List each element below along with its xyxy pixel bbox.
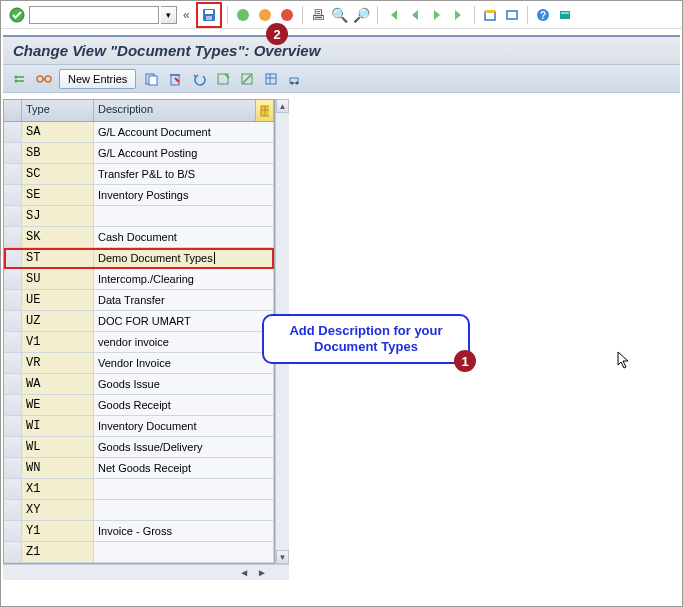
cell-description[interactable]: G/L Account Document: [94, 122, 274, 142]
table-row[interactable]: UEData Transfer: [4, 290, 274, 311]
cell-description[interactable]: Intercomp./Clearing: [94, 269, 274, 289]
table-row[interactable]: WAGoods Issue: [4, 374, 274, 395]
new-session-icon[interactable]: [480, 5, 500, 25]
shortcut-icon[interactable]: [502, 5, 522, 25]
table-row[interactable]: Y1Invoice - Gross: [4, 521, 274, 542]
cell-description[interactable]: Data Transfer: [94, 290, 274, 310]
cell-description[interactable]: [94, 479, 274, 499]
exit-icon[interactable]: [255, 5, 275, 25]
row-selector[interactable]: [4, 374, 22, 394]
undo-icon[interactable]: [190, 70, 208, 88]
save-icon[interactable]: [199, 5, 219, 25]
transport-icon[interactable]: [286, 70, 304, 88]
cell-type[interactable]: XY: [22, 500, 94, 520]
row-selector[interactable]: [4, 542, 22, 562]
row-selector[interactable]: [4, 185, 22, 205]
table-row[interactable]: Z1: [4, 542, 274, 563]
table-row[interactable]: STDemo Document Types: [4, 248, 274, 269]
table-row[interactable]: WNNet Goods Receipt: [4, 458, 274, 479]
table-row[interactable]: SJ: [4, 206, 274, 227]
table-row[interactable]: WLGoods Issue/Delivery: [4, 437, 274, 458]
cell-type[interactable]: SU: [22, 269, 94, 289]
row-selector[interactable]: [4, 479, 22, 499]
cell-type[interactable]: WL: [22, 437, 94, 457]
cell-description[interactable]: DOC FOR UMART: [94, 311, 274, 331]
row-selector[interactable]: [4, 143, 22, 163]
expand-icon[interactable]: [11, 70, 29, 88]
cell-type[interactable]: SB: [22, 143, 94, 163]
enter-icon[interactable]: [7, 5, 27, 25]
row-selector[interactable]: [4, 353, 22, 373]
table-row[interactable]: SBG/L Account Posting: [4, 143, 274, 164]
cell-type[interactable]: VR: [22, 353, 94, 373]
cell-type[interactable]: WI: [22, 416, 94, 436]
table-settings-icon[interactable]: [262, 70, 280, 88]
row-selector[interactable]: [4, 311, 22, 331]
scroll-left[interactable]: ◄: [237, 567, 251, 578]
cell-type[interactable]: Y1: [22, 521, 94, 541]
cell-description[interactable]: [94, 542, 274, 562]
scroll-up[interactable]: ▲: [276, 99, 289, 113]
cell-type[interactable]: X1: [22, 479, 94, 499]
help-icon[interactable]: ?: [533, 5, 553, 25]
back-icon[interactable]: [233, 5, 253, 25]
cell-description[interactable]: Goods Issue/Delivery: [94, 437, 274, 457]
table-row[interactable]: X1: [4, 479, 274, 500]
table-row[interactable]: SKCash Document: [4, 227, 274, 248]
row-selector[interactable]: [4, 500, 22, 520]
new-entries-button[interactable]: New Entries: [59, 69, 136, 89]
cell-type[interactable]: SC: [22, 164, 94, 184]
cell-type[interactable]: WE: [22, 395, 94, 415]
scroll-down[interactable]: ▼: [276, 550, 289, 564]
select-all-icon[interactable]: [214, 70, 232, 88]
row-selector[interactable]: [4, 122, 22, 142]
last-page-icon[interactable]: [449, 5, 469, 25]
cell-description[interactable]: vendor invoice: [94, 332, 274, 352]
table-row[interactable]: SCTransfer P&L to B/S: [4, 164, 274, 185]
table-row[interactable]: WIInventory Document: [4, 416, 274, 437]
cell-description[interactable]: Vendor Invoice: [94, 353, 274, 373]
row-selector[interactable]: [4, 227, 22, 247]
cell-type[interactable]: WN: [22, 458, 94, 478]
row-selector[interactable]: [4, 437, 22, 457]
cell-description[interactable]: Inventory Document: [94, 416, 274, 436]
find-icon[interactable]: 🔍: [330, 5, 350, 25]
column-header-description[interactable]: Description: [94, 100, 256, 121]
cell-description[interactable]: Cash Document: [94, 227, 274, 247]
row-selector[interactable]: [4, 269, 22, 289]
cell-description[interactable]: Demo Document Types: [94, 248, 274, 268]
cell-description[interactable]: Inventory Postings: [94, 185, 274, 205]
cell-description[interactable]: [94, 206, 274, 226]
cell-description[interactable]: [94, 500, 274, 520]
cell-description[interactable]: Goods Issue: [94, 374, 274, 394]
copy-icon[interactable]: [142, 70, 160, 88]
table-row[interactable]: V1vendor invoice: [4, 332, 274, 353]
row-selector[interactable]: [4, 416, 22, 436]
row-selector[interactable]: [4, 248, 22, 268]
scroll-right[interactable]: ►: [255, 567, 269, 578]
cell-description[interactable]: G/L Account Posting: [94, 143, 274, 163]
deselect-all-icon[interactable]: [238, 70, 256, 88]
table-row[interactable]: UZDOC FOR UMART: [4, 311, 274, 332]
row-selector[interactable]: [4, 458, 22, 478]
row-selector[interactable]: [4, 521, 22, 541]
cancel-icon[interactable]: [277, 5, 297, 25]
row-selector[interactable]: [4, 164, 22, 184]
cell-type[interactable]: V1: [22, 332, 94, 352]
cell-type[interactable]: SJ: [22, 206, 94, 226]
row-selector[interactable]: [4, 332, 22, 352]
cell-type[interactable]: ST: [22, 248, 94, 268]
cell-type[interactable]: Z1: [22, 542, 94, 562]
print-icon[interactable]: 🖶: [308, 5, 328, 25]
table-row[interactable]: SAG/L Account Document: [4, 122, 274, 143]
table-row[interactable]: VRVendor Invoice: [4, 353, 274, 374]
cell-type[interactable]: SE: [22, 185, 94, 205]
table-row[interactable]: SEInventory Postings: [4, 185, 274, 206]
cell-type[interactable]: SA: [22, 122, 94, 142]
cell-description[interactable]: Transfer P&L to B/S: [94, 164, 274, 184]
table-row[interactable]: SUIntercomp./Clearing: [4, 269, 274, 290]
prev-page-icon[interactable]: [405, 5, 425, 25]
find-next-icon[interactable]: 🔎: [352, 5, 372, 25]
glasses-icon[interactable]: [35, 70, 53, 88]
cell-description[interactable]: Net Goods Receipt: [94, 458, 274, 478]
